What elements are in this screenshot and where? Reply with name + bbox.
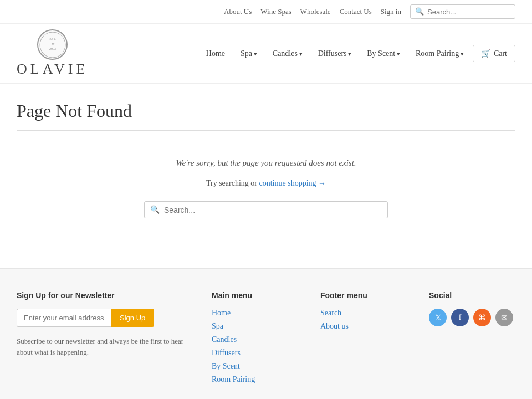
email-icon[interactable]: ✉ (495, 309, 513, 326)
footer-by-scent-link[interactable]: By Scent (212, 362, 240, 370)
footer-room-pairing-link[interactable]: Room Pairing (212, 375, 255, 383)
footer-search-link[interactable]: Search (320, 309, 341, 317)
top-search-input[interactable] (427, 8, 510, 16)
nav-candles[interactable]: Candles (266, 46, 309, 62)
nav-home[interactable]: Home (200, 46, 232, 62)
site-header: EST. ⚜ 2003 OLAVIE Home Spa Candles Diff… (0, 24, 532, 84)
newsletter-form: Sign Up (17, 309, 190, 327)
site-footer: Sign Up for our Newsletter Sign Up Subsc… (0, 268, 532, 399)
top-bar: About Us Wine Spas Wholesale Contact Us … (0, 0, 532, 24)
list-item: Home (212, 309, 298, 318)
cart-icon: 🛒 (481, 49, 490, 58)
center-search-input[interactable] (164, 206, 382, 214)
logo-area[interactable]: EST. ⚜ 2003 OLAVIE (17, 29, 88, 78)
main-navigation: Home Spa Candles Diffusers By Scent Room… (200, 45, 515, 62)
list-item: Diffusers (212, 349, 298, 357)
list-item: Candles (212, 335, 298, 344)
svg-text:2003: 2003 (49, 47, 56, 50)
cart-label: Cart (494, 49, 507, 58)
social-heading: Social (429, 291, 515, 300)
rss-icon[interactable]: ⌘ (473, 309, 491, 326)
center-search-box: 🔍 (17, 201, 515, 218)
sign-in-link[interactable]: Sign in (381, 7, 401, 16)
logo-emblem: EST. ⚜ 2003 (37, 29, 68, 60)
social-section: Social 𝕏 f ⌘ ✉ (429, 291, 515, 384)
twitter-icon[interactable]: 𝕏 (429, 309, 447, 326)
footer-main-menu-heading: Main menu (212, 291, 298, 300)
svg-text:⚜: ⚜ (50, 41, 54, 46)
newsletter-heading: Sign Up for our Newsletter (17, 291, 190, 300)
site-logo-text: OLAVIE (17, 61, 88, 78)
svg-text:EST.: EST. (49, 37, 56, 40)
footer-diffusers-link[interactable]: Diffusers (212, 349, 241, 357)
search-icon: 🔍 (415, 7, 424, 16)
nav-spa[interactable]: Spa (234, 46, 264, 62)
cart-button[interactable]: 🛒 Cart (473, 45, 515, 62)
list-item: About us (320, 322, 407, 331)
newsletter-signup-button[interactable]: Sign Up (111, 309, 154, 327)
footer-candles-link[interactable]: Candles (212, 335, 237, 344)
footer-home-link[interactable]: Home (212, 309, 231, 317)
newsletter-section: Sign Up for our Newsletter Sign Up Subsc… (17, 291, 190, 384)
nav-diffusers[interactable]: Diffusers (311, 46, 359, 62)
footer-about-link[interactable]: About us (320, 322, 349, 330)
footer-main-menu: Main menu Home Spa Candles Diffusers By … (212, 291, 298, 384)
wholesale-link[interactable]: Wholesale (300, 7, 331, 16)
list-item: Room Pairing (212, 375, 298, 384)
list-item: Spa (212, 322, 298, 331)
about-us-link[interactable]: About Us (224, 7, 252, 16)
contact-us-link[interactable]: Contact Us (340, 7, 372, 16)
footer-grid: Sign Up for our Newsletter Sign Up Subsc… (17, 291, 515, 384)
continue-shopping-link[interactable]: continue shopping → (259, 179, 326, 187)
error-message: We're sorry, but the page you requested … (17, 142, 515, 179)
nav-by-scent[interactable]: By Scent (360, 46, 407, 62)
facebook-icon[interactable]: f (451, 309, 469, 326)
newsletter-email-input[interactable] (17, 309, 111, 327)
suggestion-prefix: Try searching or (206, 179, 259, 187)
search-suggestion: Try searching or continue shopping → (17, 179, 515, 188)
wine-spas-link[interactable]: Wine Spas (260, 7, 291, 16)
top-search-box: 🔍 (410, 4, 515, 19)
page-title: Page Not Found (17, 101, 515, 131)
footer-secondary-menu: Footer menu Search About us (320, 291, 407, 384)
footer-secondary-menu-heading: Footer menu (320, 291, 407, 300)
search-form: 🔍 (144, 201, 388, 218)
footer-spa-link[interactable]: Spa (212, 322, 223, 330)
nav-room-pairing[interactable]: Room Pairing (409, 46, 470, 62)
list-item: Search (320, 309, 407, 318)
footer-secondary-menu-list: Search About us (320, 309, 407, 331)
footer-main-menu-list: Home Spa Candles Diffusers By Scent Room… (212, 309, 298, 384)
main-content: Page Not Found We're sorry, but the page… (0, 84, 532, 268)
list-item: By Scent (212, 362, 298, 371)
search-form-icon: 🔍 (150, 205, 160, 214)
social-icons: 𝕏 f ⌘ ✉ (429, 309, 515, 326)
newsletter-description: Subscribe to our newsletter and always b… (17, 336, 190, 357)
